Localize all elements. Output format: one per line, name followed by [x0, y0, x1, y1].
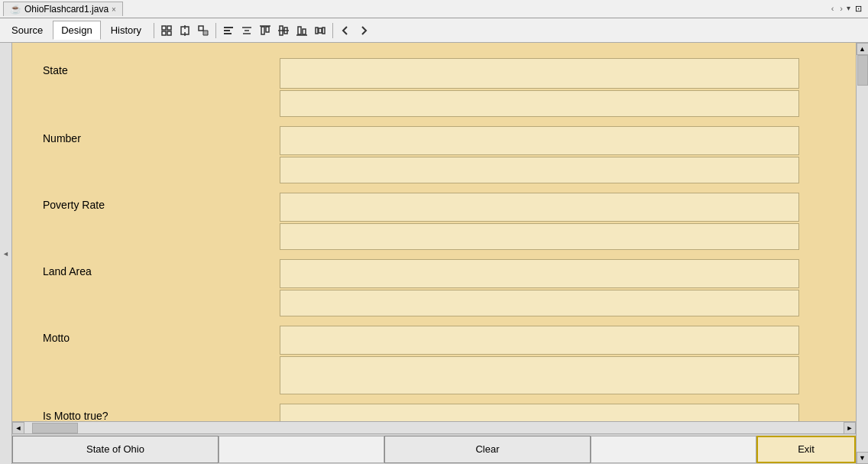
left-handle: ◄	[0, 43, 12, 464]
land-label: Land Area	[35, 259, 280, 277]
poverty-row: Poverty Rate	[35, 193, 833, 251]
title-bar: ☕ OhioFlashcard1.java × ‹ › ▾ ⊡	[0, 0, 868, 18]
land-fields	[280, 259, 833, 318]
canvas-scroll-area: State Number Poverty Rate	[12, 43, 856, 421]
ismotto-row: Is Motto true?	[35, 404, 833, 421]
land-row: Land Area	[35, 259, 833, 318]
separator-2	[215, 23, 216, 38]
clear-btn[interactable]: Clear	[384, 436, 591, 463]
number-input-2[interactable]	[280, 157, 799, 183]
svg-rect-22	[298, 27, 301, 34]
back-btn[interactable]	[337, 22, 354, 39]
file-tab[interactable]: ☕ OhioFlashcard1.java ×	[3, 2, 123, 16]
align-left-btn[interactable]	[220, 22, 237, 39]
h-scroll-left-btn[interactable]: ◄	[12, 422, 24, 434]
poverty-input-2[interactable]	[280, 223, 799, 250]
forward-btn[interactable]	[355, 22, 372, 39]
button-bar: State of Ohio Clear Exit	[12, 433, 856, 464]
motto-label: Motto	[35, 326, 280, 344]
left-handle-arrow: ◄	[2, 250, 9, 258]
state-row: State	[35, 58, 833, 118]
separator-3	[332, 23, 333, 38]
nav-arrows: ‹ › ▾ ⊡	[829, 4, 865, 14]
right-spacer	[591, 436, 756, 463]
land-input-2[interactable]	[280, 290, 799, 316]
h-scroll-track	[24, 423, 844, 433]
move-tool-btn[interactable]	[177, 22, 193, 39]
svg-rect-26	[322, 28, 325, 34]
back-nav-icon[interactable]: ‹	[829, 4, 837, 14]
state-label: State	[35, 58, 280, 76]
maximize-icon[interactable]: ⊡	[852, 4, 865, 14]
ismotto-label: Is Motto true?	[35, 404, 280, 421]
align-bottom-btn[interactable]	[293, 22, 310, 39]
poverty-label: Poverty Rate	[35, 193, 280, 211]
align-top-btn[interactable]	[257, 22, 274, 39]
state-of-ohio-btn[interactable]: State of Ohio	[12, 436, 219, 463]
design-canvas: State Number Poverty Rate	[12, 43, 856, 464]
v-scroll-up-btn[interactable]: ▲	[857, 43, 869, 55]
java-icon: ☕	[10, 4, 21, 15]
svg-marker-8	[203, 31, 208, 35]
resize-tool-btn[interactable]	[195, 22, 212, 39]
state-input-2[interactable]	[280, 90, 799, 117]
number-label: Number	[35, 126, 280, 144]
svg-rect-1	[167, 26, 171, 30]
align-center-btn[interactable]	[238, 22, 255, 39]
poverty-input-1[interactable]	[280, 193, 799, 222]
svg-rect-17	[266, 27, 269, 32]
middle-spacer	[219, 436, 384, 463]
tab-history[interactable]: History	[102, 21, 150, 40]
number-input-1[interactable]	[280, 126, 799, 155]
poverty-fields	[280, 193, 833, 251]
h-scrollbar: ◄ ►	[12, 421, 856, 433]
state-fields	[280, 58, 833, 118]
h-scroll-thumb[interactable]	[32, 423, 78, 433]
toolbar: Source Design History	[0, 18, 868, 43]
svg-rect-23	[303, 29, 306, 34]
tab-design[interactable]: Design	[53, 21, 100, 40]
v-scroll-down-btn[interactable]: ▼	[857, 452, 869, 464]
title-bar-left: ☕ OhioFlashcard1.java ×	[3, 2, 123, 16]
ismotto-fields	[280, 404, 833, 421]
svg-marker-7	[199, 26, 203, 31]
exit-btn[interactable]: Exit	[756, 436, 856, 463]
svg-rect-16	[261, 27, 264, 34]
v-scrollbar: ▲ ▼	[856, 43, 868, 464]
v-scroll-thumb[interactable]	[857, 55, 868, 86]
svg-rect-27	[319, 28, 322, 33]
motto-input-1[interactable]	[280, 326, 799, 355]
separator-1	[154, 23, 154, 38]
motto-input-2[interactable]	[280, 356, 799, 394]
number-fields	[280, 126, 833, 185]
select-tool-btn[interactable]	[158, 22, 175, 39]
svg-rect-25	[316, 28, 318, 34]
h-scroll-right-btn[interactable]: ►	[844, 422, 856, 434]
state-input-1[interactable]	[280, 58, 799, 89]
svg-rect-0	[162, 26, 166, 30]
ismotto-input[interactable]	[280, 404, 799, 421]
forward-nav-icon[interactable]: ›	[837, 4, 845, 14]
number-row: Number	[35, 126, 833, 185]
svg-rect-3	[167, 31, 171, 35]
dropdown-nav-icon[interactable]: ▾	[847, 4, 850, 14]
tab-source[interactable]: Source	[3, 21, 51, 40]
close-tab-icon[interactable]: ×	[112, 5, 116, 14]
svg-rect-2	[162, 31, 166, 35]
form-panel: State Number Poverty Rate	[12, 43, 856, 421]
motto-row: Motto	[35, 326, 833, 396]
v-scroll-track	[857, 55, 868, 452]
motto-fields	[280, 326, 833, 396]
land-input-1[interactable]	[280, 259, 799, 288]
filename: OhioFlashcard1.java	[24, 4, 108, 15]
distribute-btn[interactable]	[312, 22, 329, 39]
main-area: ◄ State Number	[0, 43, 868, 464]
align-middle-btn[interactable]	[275, 22, 292, 39]
